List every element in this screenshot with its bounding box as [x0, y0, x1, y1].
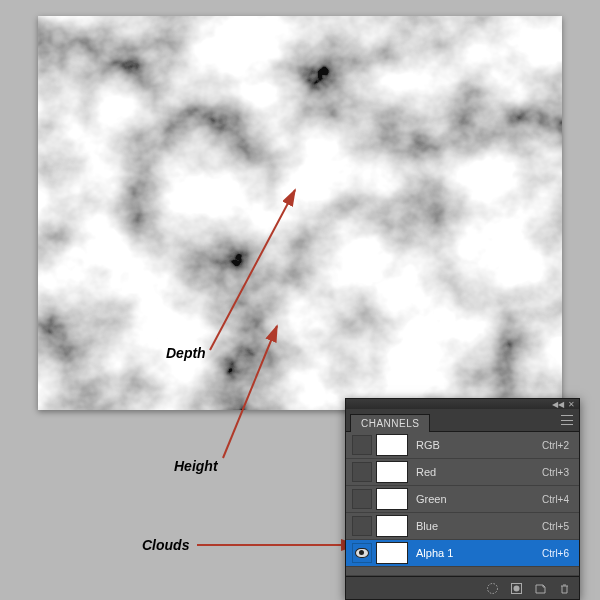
channel-shortcut: Ctrl+3 [542, 467, 569, 478]
arrow-clouds [195, 538, 365, 552]
panel-titlebar[interactable]: ◀◀ ✕ [345, 398, 580, 409]
eye-icon [355, 548, 369, 558]
visibility-toggle[interactable] [352, 489, 372, 509]
visibility-toggle[interactable] [352, 516, 372, 536]
close-icon[interactable]: ✕ [568, 400, 575, 409]
annotation-depth: Depth [166, 345, 206, 361]
visibility-toggle[interactable] [352, 462, 372, 482]
channel-thumb [376, 461, 408, 483]
tab-channels[interactable]: CHANNELS [350, 414, 430, 432]
canvas-document[interactable] [38, 16, 562, 410]
channel-thumb [376, 515, 408, 537]
delete-channel-icon[interactable] [557, 581, 571, 595]
channel-shortcut: Ctrl+4 [542, 494, 569, 505]
channel-row-green[interactable]: Green Ctrl+4 [346, 486, 579, 513]
annotation-clouds: Clouds [142, 537, 189, 553]
list-spacer [346, 567, 579, 576]
channel-row-rgb[interactable]: RGB Ctrl+2 [346, 432, 579, 459]
channel-label: Green [416, 493, 542, 505]
channel-label: Blue [416, 520, 542, 532]
new-channel-icon[interactable] [533, 581, 547, 595]
channels-panel[interactable]: ◀◀ ✕ CHANNELS RGB Ctrl+2 Red Ctrl+3 Gree… [345, 398, 580, 600]
channel-label: Red [416, 466, 542, 478]
channel-shortcut: Ctrl+6 [542, 548, 569, 559]
svg-point-7 [513, 585, 519, 591]
clouds-texture [38, 16, 562, 410]
channel-row-blue[interactable]: Blue Ctrl+5 [346, 513, 579, 540]
panel-footer [345, 577, 580, 600]
save-selection-icon[interactable] [509, 581, 523, 595]
channel-row-alpha1[interactable]: Alpha 1 Ctrl+6 [346, 540, 579, 567]
visibility-toggle[interactable] [352, 543, 372, 563]
channel-shortcut: Ctrl+2 [542, 440, 569, 451]
channel-row-red[interactable]: Red Ctrl+3 [346, 459, 579, 486]
channels-list: RGB Ctrl+2 Red Ctrl+3 Green Ctrl+4 Blue … [345, 432, 580, 577]
panel-tabstrip: CHANNELS [345, 409, 580, 432]
svg-point-5 [487, 583, 497, 593]
channel-shortcut: Ctrl+5 [542, 521, 569, 532]
channel-thumb [376, 542, 408, 564]
annotation-height: Height [174, 458, 218, 474]
channel-thumb [376, 488, 408, 510]
visibility-toggle[interactable] [352, 435, 372, 455]
channel-label: Alpha 1 [416, 547, 542, 559]
panel-menu-icon[interactable] [561, 415, 573, 425]
channel-label: RGB [416, 439, 542, 451]
load-selection-icon[interactable] [485, 581, 499, 595]
svg-rect-0 [38, 16, 562, 410]
channel-thumb [376, 434, 408, 456]
svg-rect-4 [377, 543, 407, 563]
collapse-icon[interactable]: ◀◀ [552, 400, 564, 409]
